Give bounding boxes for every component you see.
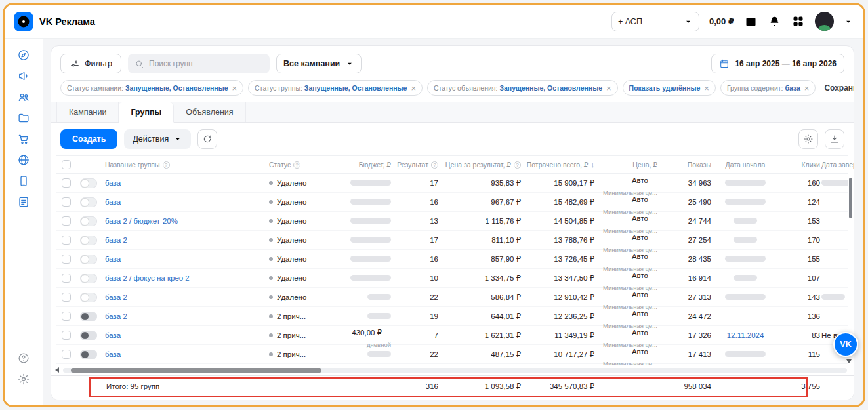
group-name-link[interactable]: база 2 [105, 236, 127, 244]
group-name-link[interactable]: база 2 / бюджет-20% [105, 217, 178, 225]
sidebar-item-help[interactable] [11, 348, 36, 367]
col-header-result[interactable]: Результат? [392, 161, 440, 169]
group-name-link[interactable]: база [105, 198, 121, 206]
save-filters-button[interactable]: Сохранить [820, 83, 854, 92]
row-toggle[interactable] [80, 178, 97, 188]
filter-chip[interactable]: Группа содержит:база× [720, 80, 816, 96]
sidebar-item-phone[interactable] [11, 171, 36, 190]
select-all-checkbox[interactable] [62, 160, 71, 169]
start-date-link[interactable]: 12.11.2024 [727, 331, 764, 339]
chip-remove-icon[interactable]: × [606, 84, 611, 92]
export-button[interactable] [825, 129, 844, 149]
row-checkbox[interactable] [62, 350, 71, 359]
table-settings-button[interactable] [798, 129, 818, 149]
col-header-clicks[interactable]: Клики [778, 161, 821, 169]
entity-tabs: КампанииГруппыОбъявления [51, 102, 854, 123]
group-name-link[interactable]: база [105, 255, 121, 263]
scroll-left-icon[interactable] [55, 367, 59, 373]
row-toggle[interactable] [80, 274, 97, 283]
budget-cell [332, 217, 392, 225]
sidebar-item-cart[interactable] [11, 129, 36, 148]
sidebar-item-megaphone[interactable] [11, 66, 36, 85]
group-name-link[interactable]: база 2 / фокус на крео 2 [105, 274, 190, 282]
horizontal-scrollbar-thumb[interactable] [71, 368, 321, 373]
horizontal-scrollbar[interactable] [51, 365, 854, 375]
campaign-select[interactable]: Все кампании [276, 54, 362, 73]
group-name-link[interactable]: база 2 [105, 293, 127, 301]
date-range-picker[interactable]: 16 апр 2025 — 16 апр 2026 [711, 54, 844, 73]
tab-ads[interactable]: Объявления [174, 102, 245, 122]
row-checkbox[interactable] [62, 197, 71, 207]
row-toggle[interactable] [80, 236, 97, 245]
create-button[interactable]: Создать [60, 129, 117, 149]
account-select[interactable]: + АСП [611, 12, 699, 31]
row-checkbox[interactable] [62, 255, 71, 264]
row-checkbox[interactable] [62, 178, 71, 188]
row-checkbox[interactable] [62, 216, 71, 226]
group-name-link[interactable]: база [105, 179, 121, 187]
sidebar-item-folder[interactable] [11, 108, 36, 127]
sidebar-item-document[interactable] [11, 192, 36, 211]
row-checkbox[interactable] [62, 293, 71, 302]
chevron-down-icon[interactable] [844, 17, 853, 26]
group-name-link[interactable]: база 2 [105, 312, 127, 320]
sidebar-item-gear[interactable] [11, 369, 36, 388]
row-checkbox[interactable] [62, 236, 71, 245]
apps-icon[interactable] [791, 14, 805, 28]
budget-cell [332, 255, 392, 263]
sidebar-item-globe[interactable] [11, 150, 36, 169]
row-toggle[interactable] [80, 255, 97, 264]
avatar[interactable] [815, 12, 834, 31]
price-mode: Авто [596, 246, 657, 266]
row-toggle[interactable] [80, 312, 97, 321]
col-header-end[interactable]: Дата заверш... [821, 161, 854, 169]
row-checkbox[interactable] [62, 312, 71, 321]
horizontal-scrollbar-track[interactable] [63, 368, 847, 373]
row-checkbox[interactable] [62, 331, 71, 340]
refresh-button[interactable] [197, 129, 217, 149]
sidebar-nav [11, 45, 36, 211]
row-toggle[interactable] [80, 293, 97, 302]
col-header-name[interactable]: Название группы? [105, 161, 269, 169]
col-header-spent[interactable]: Потрачено всего, ₽↓ [522, 161, 596, 169]
group-name-link[interactable]: база [105, 350, 121, 358]
col-header-status[interactable]: Статус? [269, 161, 332, 169]
chip-remove-icon[interactable]: × [232, 84, 238, 92]
chip-remove-icon[interactable]: × [804, 84, 810, 92]
bell-icon[interactable] [768, 14, 781, 28]
group-name-link[interactable]: база [105, 331, 121, 339]
result-cell: 22 [392, 293, 440, 301]
status-cell: 2 прич... [269, 350, 332, 358]
col-header-impr[interactable]: Показы [659, 161, 713, 169]
sidebar-item-people[interactable] [11, 87, 36, 106]
tab-campaigns[interactable]: Кампании [56, 102, 119, 122]
price-mode: Авто [596, 265, 657, 285]
sidebar-item-compass[interactable] [11, 45, 36, 64]
filter-chip[interactable]: Показать удалённые× [623, 80, 716, 96]
tab-groups[interactable]: Группы [119, 102, 174, 123]
row-checkbox[interactable] [62, 274, 71, 283]
redacted-bar [367, 294, 391, 300]
col-header-cpr[interactable]: Цена за результат, ₽? [440, 161, 522, 169]
row-toggle[interactable] [80, 350, 97, 359]
col-header-budget[interactable]: Бюджет, ₽ [332, 161, 392, 169]
filter-chip[interactable]: Статус объявления:Запущенные, Остановлен… [427, 80, 618, 96]
vk-support-fab[interactable]: VK [833, 332, 858, 357]
col-header-price[interactable]: Цена, ₽ [596, 161, 659, 169]
filter-button[interactable]: Фильтр [60, 54, 121, 73]
actions-button[interactable]: Действия [124, 129, 191, 149]
gear-icon [803, 134, 814, 144]
filter-chip[interactable]: Статус группы:Запущенные, Остановленные× [248, 80, 423, 96]
vertical-scrollbar-thumb[interactable] [849, 178, 852, 218]
chip-remove-icon[interactable]: × [704, 84, 709, 92]
search-input[interactable]: Поиск групп [128, 54, 270, 73]
chip-remove-icon[interactable]: × [411, 84, 416, 92]
col-header-start[interactable]: Дата начала [713, 161, 778, 169]
row-toggle[interactable] [80, 331, 97, 340]
megaphone-icon [17, 70, 30, 83]
scroll-down-icon[interactable] [846, 359, 852, 363]
row-toggle[interactable] [80, 216, 97, 226]
calendar-icon[interactable] [744, 14, 758, 28]
row-toggle[interactable] [80, 197, 97, 207]
filter-chip[interactable]: Статус кампании:Запущенные, Остановленны… [60, 80, 243, 96]
